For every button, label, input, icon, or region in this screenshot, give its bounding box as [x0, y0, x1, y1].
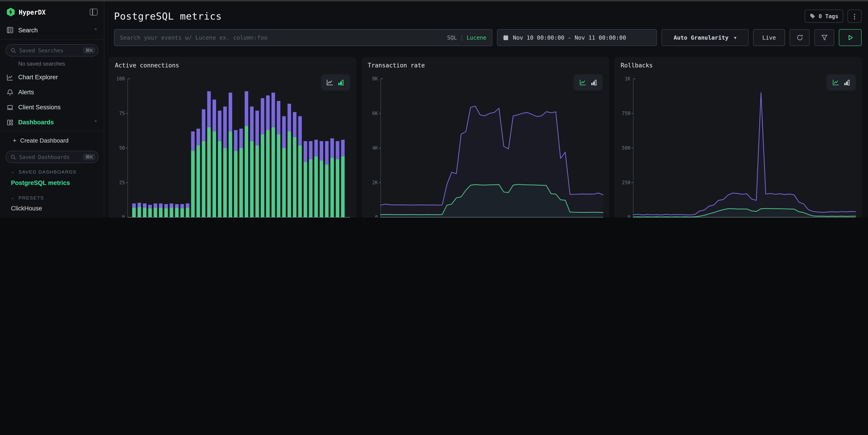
more-options-button[interactable]: ⋮ [847, 9, 862, 23]
shortcut-badge: ⌘K [83, 47, 95, 54]
sidebar-item-label: Client Sessions [18, 104, 98, 111]
svg-text:750: 750 [622, 111, 631, 116]
kebab-icon: ⋮ [851, 12, 858, 20]
laptop-icon [6, 104, 14, 111]
filter-icon [821, 34, 828, 41]
sidebar-item-alerts[interactable]: Alerts [0, 85, 104, 100]
logo-row: HyperDX [0, 0, 104, 21]
svg-text:75: 75 [119, 111, 125, 116]
section-label: PRESETS [19, 195, 44, 200]
refresh-icon [796, 34, 803, 41]
dashboards-icon [6, 119, 14, 126]
sidebar-item-dashboards[interactable]: Dashboards ⌃ [0, 115, 104, 130]
sql-toggle[interactable]: SQL [447, 34, 457, 41]
svg-text:50: 50 [119, 145, 125, 151]
chevron-up-icon[interactable]: ⌃ [94, 120, 98, 125]
no-saved-searches-text: No saved searches [18, 61, 104, 67]
svg-text:2K: 2K [372, 180, 378, 186]
sidebar-item-label: Dashboards [18, 119, 94, 126]
chart-type-toggle[interactable] [827, 74, 856, 91]
svg-text:8K: 8K [372, 76, 378, 81]
panel-rollbacks: Rollbacks 1K7505002500Nov 10 12:00:00 AM… [614, 57, 862, 218]
chart-explorer-icon [6, 73, 14, 81]
query-toolbar: Search your events w/ Lucene ex. column:… [114, 29, 862, 46]
live-button[interactable]: Live [753, 29, 785, 46]
sidebar-item-clickhouse[interactable]: ClickHouse [0, 202, 104, 214]
granularity-select[interactable]: Auto Granularity ▼ [661, 29, 749, 46]
tags-button[interactable]: 0 Tags [804, 9, 843, 23]
search-logs-icon [6, 26, 14, 34]
lucene-toggle[interactable]: Lucene [467, 34, 487, 41]
panel-title: Rollbacks [621, 62, 653, 69]
create-dashboard-button[interactable]: + Create Dashboard [0, 133, 104, 148]
svg-text:250: 250 [622, 180, 631, 186]
svg-text:0: 0 [122, 214, 125, 218]
sidebar-item-postgresql-metrics[interactable]: PostgreSQL metrics [0, 177, 104, 189]
collapse-sidebar-icon[interactable] [90, 9, 98, 15]
create-dashboard-label: Create Dashboard [20, 137, 68, 144]
chart-type-toggle[interactable] [321, 74, 350, 91]
chevron-up-icon[interactable]: ⌃ [94, 28, 98, 33]
svg-text:500: 500 [622, 145, 631, 151]
bar-chart-icon[interactable] [590, 79, 597, 86]
saved-dashboards-input[interactable]: Saved Dashboards ⌘K [5, 151, 98, 163]
saved-dashboards-section-header[interactable]: ⌄ SAVED DASHBOARDS [11, 169, 104, 174]
line-chart-icon[interactable] [580, 79, 586, 86]
sidebar-item-chart-explorer[interactable]: Chart Explorer [0, 70, 104, 85]
filter-button[interactable] [814, 29, 834, 46]
chart-type-toggle[interactable] [574, 74, 603, 91]
calendar-icon [503, 35, 509, 40]
svg-text:25: 25 [119, 180, 125, 186]
run-query-button[interactable] [839, 29, 862, 46]
sidebar-item-label: Search [18, 27, 94, 33]
svg-text:1K: 1K [625, 76, 631, 81]
svg-text:0: 0 [375, 214, 378, 218]
page-title: PostgreSQL metrics [114, 11, 804, 22]
svg-text:6K: 6K [372, 111, 378, 116]
panel-transaction-rate: Transaction rate 8K6K4K2K0Nov 10 12:00:0… [361, 57, 609, 218]
app: HyperDX Search ⌃ Saved Searches ⌘K No sa… [0, 0, 868, 218]
tags-label: 0 Tags [818, 13, 838, 19]
chevron-down-icon: ⌄ [11, 195, 15, 200]
tag-icon [809, 13, 815, 19]
dashboard-grid: Active connections 1007550250Nov 10 12:0… [108, 57, 862, 218]
chart-plot: 8K6K4K2K0Nov 10 12:00:00 AM11:00:00 AM11… [367, 74, 604, 218]
sidebar-item-client-sessions[interactable]: Client Sessions [0, 100, 104, 115]
saved-searches-input[interactable]: Saved Searches ⌘K [5, 44, 98, 57]
language-separator: | [460, 34, 463, 41]
page-header: PostgreSQL metrics 0 Tags ⋮ [104, 0, 868, 23]
sidebar-item-label: Alerts [18, 89, 98, 96]
saved-searches-placeholder: Saved Searches [19, 47, 83, 54]
hyperdx-logo-icon [6, 8, 15, 16]
line-chart-icon[interactable] [832, 79, 839, 86]
svg-text:0: 0 [628, 214, 631, 218]
main-content: PostgreSQL metrics 0 Tags ⋮ Search your … [104, 0, 868, 218]
sidebar-item-services[interactable]: Services [0, 214, 104, 218]
bar-chart-icon[interactable] [337, 79, 344, 86]
bar-chart-icon[interactable] [843, 79, 850, 86]
section-label: SAVED DASHBOARDS [19, 169, 76, 174]
granularity-label: Auto Granularity [674, 34, 728, 41]
line-chart-icon[interactable] [327, 79, 333, 86]
sidebar-item-search[interactable]: Search ⌃ [0, 21, 104, 40]
bell-icon [6, 89, 14, 96]
presets-section-header[interactable]: ⌄ PRESETS [11, 195, 104, 200]
sidebar: HyperDX Search ⌃ Saved Searches ⌘K No sa… [0, 0, 104, 218]
sidebar-item-label: Chart Explorer [18, 74, 98, 80]
svg-text:4K: 4K [372, 145, 378, 151]
chart-plot: 1007550250Nov 10 12:00:00 AM11:00:00 AM1… [114, 74, 352, 218]
refresh-button[interactable] [789, 29, 810, 46]
search-icon [10, 154, 16, 160]
chart-plot: 1K7505002500Nov 10 12:00:00 AM11:00:00 A… [620, 74, 858, 218]
brand-name: HyperDX [19, 8, 90, 16]
search-placeholder: Search your events w/ Lucene ex. column:… [120, 34, 447, 41]
date-range-picker[interactable]: Nov 10 00:00:00 - Nov 11 00:00:00 [497, 29, 657, 46]
panel-active-connections: Active connections 1007550250Nov 10 12:0… [108, 57, 356, 218]
date-range-label: Nov 10 00:00:00 - Nov 11 00:00:00 [513, 34, 626, 41]
chevron-down-icon: ⌄ [11, 169, 15, 174]
play-icon [847, 35, 853, 40]
plus-icon: + [13, 137, 17, 144]
shortcut-badge: ⌘K [83, 154, 95, 160]
window-top-strip [0, 0, 868, 1]
search-input[interactable]: Search your events w/ Lucene ex. column:… [114, 29, 492, 46]
